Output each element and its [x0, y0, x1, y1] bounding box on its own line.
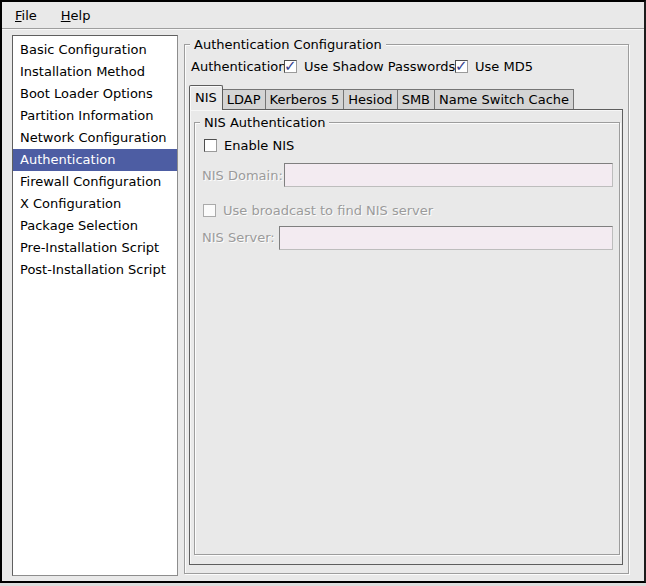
checkbox-box[interactable] [204, 139, 217, 152]
frame-title: NIS Authentication [200, 114, 329, 131]
sidebar-item-post-installation-script[interactable]: Post-Installation Script [13, 259, 177, 281]
tab-smb[interactable]: SMB [397, 89, 435, 110]
nis-authentication-frame: NIS Authentication Enable NIS NIS Domain… [194, 122, 620, 555]
nis-domain-label: NIS Domain: [202, 168, 283, 183]
menu-bar: File Help [2, 2, 644, 29]
enable-nis-checkbox[interactable]: Enable NIS [204, 138, 294, 153]
section-list: Basic Configuration Installation Method … [12, 35, 178, 576]
use-shadow-passwords-checkbox[interactable]: Use Shadow Passwords [284, 58, 455, 74]
checkbox-box[interactable] [203, 204, 216, 217]
sidebar-item-firewall-configuration[interactable]: Firewall Configuration [13, 171, 177, 193]
sidebar-item-partition-information[interactable]: Partition Information [13, 105, 177, 127]
checkbox-label: Use Shadow Passwords [304, 59, 455, 74]
authentication-caption: Authentication: [191, 59, 291, 74]
checkbox-box[interactable] [284, 60, 297, 73]
sidebar-item-basic-configuration[interactable]: Basic Configuration [13, 39, 177, 61]
frame-title: Authentication Configuration [190, 36, 386, 53]
sidebar-item-pre-installation-script[interactable]: Pre-Installation Script [13, 237, 177, 259]
authentication-configuration-frame: Authentication Configuration Authenticat… [184, 44, 629, 574]
use-broadcast-checkbox[interactable]: Use broadcast to find NIS server [203, 203, 433, 218]
checkbox-label: Enable NIS [224, 138, 294, 153]
tab-hesiod[interactable]: Hesiod [343, 89, 397, 110]
nis-server-input[interactable] [279, 226, 613, 250]
checkbox-label: Use broadcast to find NIS server [223, 203, 433, 218]
sidebar-item-boot-loader-options[interactable]: Boot Loader Options [13, 83, 177, 105]
checkbox-label: Use MD5 [475, 59, 533, 74]
tab-kerberos-5[interactable]: Kerberos 5 [265, 89, 345, 110]
nis-domain-input[interactable] [284, 163, 613, 187]
sidebar-item-package-selection[interactable]: Package Selection [13, 215, 177, 237]
menu-file[interactable]: File [8, 5, 44, 26]
kickstart-configurator-window: File Help Basic Configuration Installati… [0, 0, 646, 583]
tab-ldap[interactable]: LDAP [222, 89, 266, 110]
use-md5-checkbox[interactable]: Use MD5 [455, 58, 533, 74]
sidebar-item-installation-method[interactable]: Installation Method [13, 61, 177, 83]
auth-tab-bar: NIS LDAP Kerberos 5 Hesiod SMB Name Swit… [189, 85, 573, 110]
nis-server-label: NIS Server: [202, 230, 275, 245]
menu-help[interactable]: Help [54, 5, 98, 26]
checkbox-box[interactable] [455, 60, 468, 73]
sidebar-item-x-configuration[interactable]: X Configuration [13, 193, 177, 215]
tab-name-switch-cache[interactable]: Name Switch Cache [434, 89, 574, 110]
tab-nis[interactable]: NIS [189, 85, 223, 110]
nis-tab-page: NIS Authentication Enable NIS NIS Domain… [189, 109, 623, 565]
sidebar-item-network-configuration[interactable]: Network Configuration [13, 127, 177, 149]
sidebar-item-authentication[interactable]: Authentication [13, 149, 177, 171]
